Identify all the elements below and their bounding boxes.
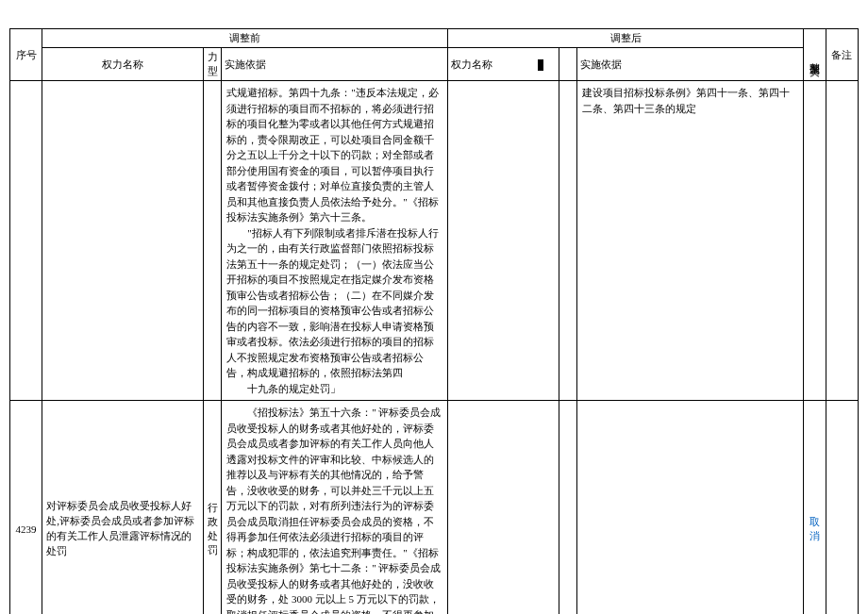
table-header: 序号 调整前 调整后 整型调类 备注 权力名称 力型 实施依据 权力名称 实施依… (10, 29, 859, 81)
cell-type-before: 行政处罚 (203, 401, 221, 615)
cell-name-before (42, 81, 204, 401)
col-name-after: 权力名称 (448, 48, 559, 81)
col-name-before: 权力名称 (42, 48, 204, 81)
col-basis-before: 实施依据 (222, 48, 448, 81)
cell-seq (10, 81, 42, 401)
cell-type-after (559, 401, 576, 615)
cell-basis-before: 式规避招标。第四十九条："违反本法规定，必须进行招标的项目而不招标的，将必须进行… (222, 81, 448, 401)
table-row: 4239 对评标委员会成员收受投标人好处,评标委员会成员或者参加评标的有关工作人… (10, 401, 859, 615)
redaction-mark (538, 59, 543, 71)
cell-basis-after (577, 401, 804, 615)
table-row: 式规避招标。第四十九条："违反本法规定，必须进行招标的项目而不招标的，将必须进行… (10, 81, 859, 401)
regulation-table: 序号 调整前 调整后 整型调类 备注 权力名称 力型 实施依据 权力名称 实施依… (9, 28, 859, 614)
col-adjust: 整型调类 (804, 29, 826, 81)
cell-adjust (804, 81, 826, 401)
cell-adjust: 取消 (804, 401, 826, 615)
cell-type-after (559, 81, 576, 401)
cell-type-before (203, 81, 221, 401)
col-type-before: 力型 (203, 48, 221, 81)
col-basis-after: 实施依据 (577, 48, 804, 81)
col-group-after: 调整后 (448, 29, 804, 48)
cell-seq: 4239 (10, 401, 42, 615)
cell-name-before: 对评标委员会成员收受投标人好处,评标委员会成员或者参加评标的有关工作人员泄露评标… (42, 401, 204, 615)
cell-basis-after: 建设项目招标投标条例》第四十一条、第四十二条、第四十三条的规定 (577, 81, 804, 401)
col-note: 备注 (826, 29, 858, 81)
cell-name-after (448, 401, 559, 615)
col-seq: 序号 (10, 29, 42, 81)
cell-note (826, 81, 858, 401)
cell-note (826, 401, 858, 615)
cell-name-after (448, 81, 559, 401)
cell-basis-before: 《招投标法》第五十六条：" 评标委员会成员收受投标人的财务或者其他好处的，评标委… (222, 401, 448, 615)
col-type-after (559, 48, 576, 81)
col-group-before: 调整前 (42, 29, 448, 48)
adjust-link[interactable]: 取消 (810, 516, 820, 541)
